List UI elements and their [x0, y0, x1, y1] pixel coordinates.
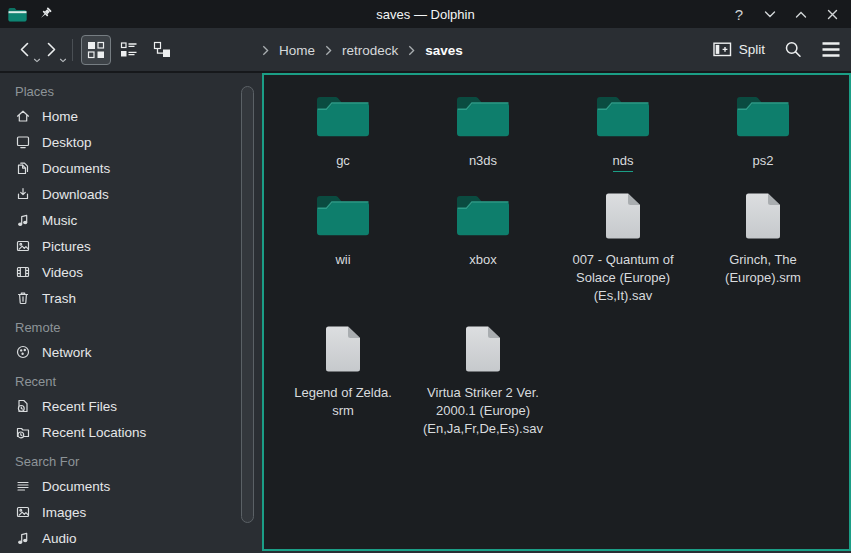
folder-icon: [736, 85, 790, 149]
sidebar-item-desktop[interactable]: Desktop: [0, 129, 262, 155]
titlebar: saves — Dolphin ?: [0, 0, 851, 28]
label-line: Virtua Striker 2 Ver.: [423, 384, 543, 402]
pictures-icon: [15, 238, 31, 254]
grid-item-xbox[interactable]: xbox: [415, 184, 551, 269]
sidebar-item-pictures[interactable]: Pictures: [0, 233, 262, 259]
sidebar-item-recent-files[interactable]: Recent Files: [0, 393, 262, 419]
maximize-button[interactable]: [794, 6, 808, 22]
grid-item-ps2[interactable]: ps2: [695, 85, 831, 170]
sidebar-item-label: Downloads: [42, 187, 109, 202]
back-button[interactable]: [12, 34, 38, 66]
label-line: 2000.1 (Europe): [423, 402, 543, 420]
item-label: gc: [336, 152, 350, 170]
file-icon: [324, 317, 362, 381]
sidebar-item-label: Documents: [42, 479, 110, 494]
grid-item-nds[interactable]: nds: [555, 85, 691, 172]
dolphin-window: saves — Dolphin ?: [0, 0, 851, 553]
split-button-label: Split: [739, 42, 765, 57]
label-line: Legend of Zelda.: [294, 384, 392, 402]
grid-item-legend-of-zelda[interactable]: Legend of Zelda. srm: [275, 317, 411, 420]
chevron-right-icon: [262, 45, 269, 56]
sidebar-item-search-images[interactable]: Images: [0, 499, 262, 525]
sidebar-item-label: Desktop: [42, 135, 92, 150]
breadcrumb-retrodeck[interactable]: retrodeck: [342, 43, 398, 58]
file-icon: [744, 184, 782, 248]
home-icon: [15, 108, 31, 124]
hamburger-menu-icon[interactable]: [821, 41, 841, 58]
folder-icon: [316, 184, 370, 248]
file-icon: [464, 317, 502, 381]
window-controls: ?: [732, 0, 839, 28]
breadcrumb-saves[interactable]: saves: [425, 43, 463, 58]
file-grid: gc n3ds nds: [264, 75, 849, 438]
file-view[interactable]: gc n3ds nds: [262, 73, 851, 551]
trash-icon: [15, 290, 31, 306]
details-view-button[interactable]: [114, 35, 144, 65]
sidebar-item-videos[interactable]: Videos: [0, 259, 262, 285]
minimize-button[interactable]: [763, 6, 777, 22]
section-header-search-for: Search For: [0, 451, 262, 473]
label-line: 007 - Quantum of: [572, 251, 673, 269]
sidebar-item-music[interactable]: Music: [0, 207, 262, 233]
label-line: (Europe).srm: [725, 269, 801, 287]
grid-item-grinch-the-europe[interactable]: Grinch, The (Europe).srm: [695, 184, 831, 287]
sidebar-item-label: Documents: [42, 161, 110, 176]
sidebar-item-downloads[interactable]: Downloads: [0, 181, 262, 207]
label-line: (Es,It).sav: [572, 287, 673, 305]
toolbar: Home retrodeck saves Split: [0, 28, 851, 73]
sidebar-item-trash[interactable]: Trash: [0, 285, 262, 311]
icons-view-button[interactable]: [81, 35, 111, 65]
label-line: ps2: [753, 152, 774, 170]
music-icon: [15, 530, 31, 546]
label-line: n3ds: [469, 152, 497, 170]
places-panel: Places Home Desktop Documents: [0, 73, 262, 551]
tree-view-button[interactable]: [147, 35, 177, 65]
sidebar-item-recent-locations[interactable]: Recent Locations: [0, 419, 262, 445]
label-line: (En,Ja,Fr,De,Es).sav: [423, 420, 543, 438]
pin-icon[interactable]: [37, 6, 53, 22]
label-line: Grinch, The: [725, 251, 801, 269]
folder-icon: [456, 85, 510, 149]
search-icon[interactable]: [783, 40, 803, 60]
sidebar-item-label: Trash: [42, 291, 76, 306]
grid-item-virtua-striker-2[interactable]: Virtua Striker 2 Ver. 2000.1 (Europe) (E…: [415, 317, 551, 438]
file-icon: [604, 184, 642, 248]
item-label: nds: [613, 152, 634, 172]
forward-button[interactable]: [38, 34, 64, 66]
help-button[interactable]: ?: [732, 6, 746, 22]
documents-icon: [15, 160, 31, 176]
breadcrumb-home[interactable]: Home: [279, 43, 315, 58]
text-lines-icon: [15, 478, 31, 494]
window-body: Places Home Desktop Documents: [0, 73, 851, 551]
sidebar-item-label: Home: [42, 109, 78, 124]
label-line: xbox: [469, 251, 496, 269]
sidebar-item-documents[interactable]: Documents: [0, 155, 262, 181]
grid-item-gc[interactable]: gc: [275, 85, 411, 170]
section-header-recent: Recent: [0, 371, 262, 393]
close-button[interactable]: [825, 6, 839, 22]
network-icon: [15, 344, 31, 360]
label-line: wii: [335, 251, 350, 269]
section-header-places: Places: [0, 81, 262, 103]
videos-icon: [15, 264, 31, 280]
item-label: Legend of Zelda. srm: [294, 384, 392, 420]
music-icon: [15, 212, 31, 228]
grid-item-n3ds[interactable]: n3ds: [415, 85, 551, 170]
sidebar-scrollbar[interactable]: [241, 86, 254, 523]
grid-item-007-quantum-of-solace[interactable]: 007 - Quantum of Solace (Europe) (Es,It)…: [555, 184, 691, 305]
dolphin-app-icon: [8, 7, 27, 22]
sidebar-item-network[interactable]: Network: [0, 339, 262, 365]
split-button[interactable]: Split: [713, 42, 765, 57]
split-view-icon: [713, 42, 732, 57]
folder-icon: [596, 85, 650, 149]
sidebar-item-label: Pictures: [42, 239, 91, 254]
sidebar-item-search-documents[interactable]: Documents: [0, 473, 262, 499]
toolbar-separator: [72, 39, 73, 61]
sidebar-item-label: Network: [42, 345, 92, 360]
item-label: ps2: [753, 152, 774, 170]
grid-item-wii[interactable]: wii: [275, 184, 411, 269]
sidebar-item-label: Audio: [42, 531, 77, 546]
folder-icon: [456, 184, 510, 248]
sidebar-item-search-audio[interactable]: Audio: [0, 525, 262, 551]
sidebar-item-home[interactable]: Home: [0, 103, 262, 129]
